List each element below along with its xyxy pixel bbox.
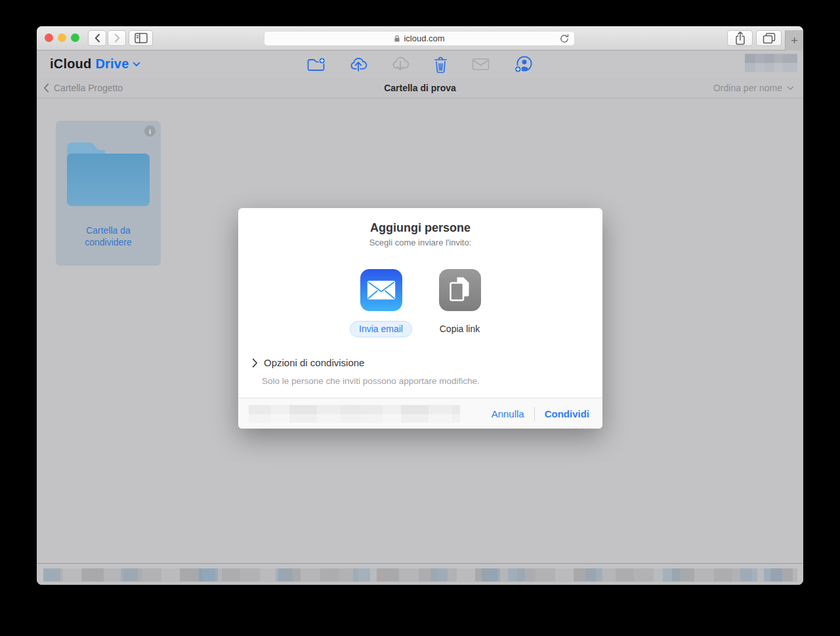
tabs-icon (763, 33, 776, 44)
drive-label: Drive (95, 56, 129, 72)
cancel-button[interactable]: Annulla (492, 408, 524, 419)
forward-icon (114, 33, 120, 43)
folder-item-selected[interactable]: i Cartella da condividere (56, 121, 161, 266)
sort-label: Ordina per nome (713, 83, 782, 93)
share-button-confirm[interactable]: Condividi (545, 408, 589, 419)
option-copy-link[interactable]: Copia link (421, 269, 499, 337)
dialog-footer: Annulla Condividi (238, 398, 602, 429)
address-bar[interactable]: icloud.com (264, 31, 575, 46)
page-title: Cartella di prova (37, 78, 803, 98)
drive-action-toolbar (307, 56, 534, 74)
traffic-lights (45, 33, 79, 42)
new-tab-button[interactable]: + (785, 30, 803, 51)
show-tabs-button[interactable] (756, 30, 782, 46)
button-divider (534, 407, 535, 421)
forward-button[interactable] (108, 30, 126, 46)
invite-options: Invia email Copia link (238, 269, 602, 337)
redacted-recipient-field[interactable] (249, 405, 460, 423)
folder-icon (67, 142, 150, 208)
icloud-drive-header: iCloud Drive (37, 51, 803, 78)
info-glyph: i (149, 127, 151, 135)
minimize-window-button[interactable] (58, 33, 66, 42)
trash-icon[interactable] (434, 56, 448, 73)
url-text: icloud.com (404, 33, 444, 43)
dialog-subtitle: Scegli come inviare l'invito: (238, 238, 602, 247)
browser-toolbar: icloud.com (37, 26, 803, 51)
download-cloud-icon (392, 56, 410, 73)
share-icon (734, 31, 746, 45)
chevron-down-icon (787, 86, 794, 91)
app-switcher[interactable]: iCloud Drive (50, 56, 140, 72)
plus-icon: + (791, 33, 798, 48)
safari-window: icloud.com (37, 26, 803, 585)
upload-cloud-icon[interactable] (350, 56, 368, 73)
sharing-options-disclosure[interactable]: Opzioni di condivisione (252, 357, 364, 368)
chevron-right-icon (252, 358, 258, 368)
sort-menu[interactable]: Ordina per nome (713, 78, 794, 98)
option-send-email[interactable]: Invia email (342, 269, 421, 337)
redacted-status-strip (43, 568, 797, 582)
lock-icon (394, 34, 400, 43)
dialog-title: Aggiungi persone (238, 221, 602, 235)
mail-icon (472, 58, 490, 71)
permissions-note: Solo le persone che inviti possono appor… (262, 376, 480, 386)
sharing-options-label: Opzioni di condivisione (264, 357, 364, 368)
sidebar-icon (135, 33, 148, 43)
add-person-icon[interactable] (514, 56, 534, 74)
folder-name: Cartella da condividere (62, 224, 154, 248)
new-folder-icon[interactable] (307, 57, 326, 72)
copy-link-label: Copia link (440, 321, 480, 337)
send-email-label: Invia email (350, 321, 412, 337)
icloud-label: iCloud (50, 56, 91, 72)
redacted-username (745, 54, 797, 72)
chevron-down-icon (133, 62, 140, 67)
sidebar-toggle-button[interactable] (129, 30, 153, 46)
copy-link-icon[interactable] (439, 269, 481, 311)
back-icon (94, 33, 100, 43)
reload-button[interactable] (559, 33, 570, 44)
close-window-button[interactable] (45, 33, 53, 42)
breadcrumb-bar: Cartella Progetto Cartella di prova Ordi… (37, 78, 803, 98)
info-icon[interactable]: i (144, 125, 156, 137)
bottom-divider (37, 563, 803, 564)
dialog-actions: Annulla Condividi (492, 398, 589, 429)
mail-app-icon[interactable] (360, 269, 402, 311)
share-button[interactable] (727, 30, 753, 46)
add-people-dialog: Aggiungi persone Scegli come inviare l'i… (238, 208, 602, 429)
back-button[interactable] (88, 30, 106, 46)
zoom-window-button[interactable] (71, 33, 79, 42)
